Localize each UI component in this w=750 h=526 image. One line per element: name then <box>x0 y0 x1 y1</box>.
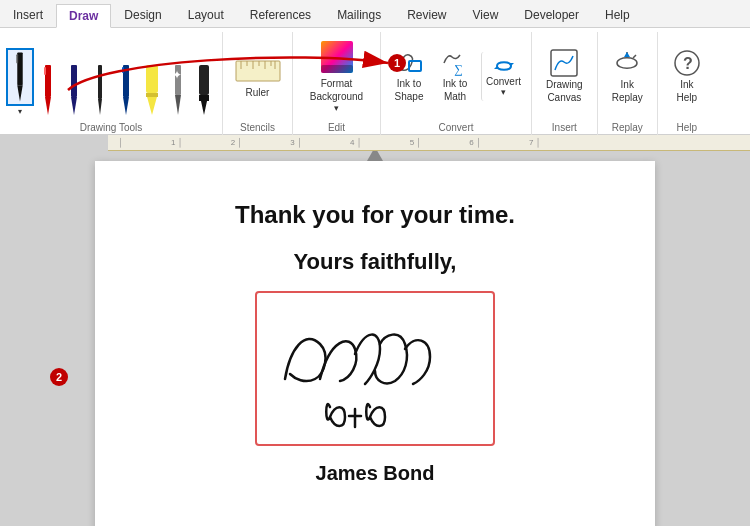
tab-insert[interactable]: Insert <box>0 3 56 27</box>
pen-3-wrapper[interactable] <box>62 64 86 116</box>
replay-group-label: Replay <box>604 120 651 135</box>
app-window: Insert Draw Design Layout References Mai… <box>0 0 750 526</box>
ruler-strip: │ 1 │ 2 │ 3 │ 4 │ 5 │ 6 │ 7 │ <box>108 135 750 151</box>
ink-replay-button[interactable]: InkReplay <box>604 44 651 108</box>
ink-replay-label: InkReplay <box>612 78 643 104</box>
pen-1-icon <box>10 50 30 104</box>
format-bg-label: FormatBackground <box>310 77 363 103</box>
edit-content: FormatBackground ▾ <box>299 32 374 120</box>
pen-1-dropdown[interactable]: ▾ <box>18 107 22 116</box>
insert-group: DrawingCanvas Insert <box>532 32 598 135</box>
svg-rect-20 <box>199 95 209 101</box>
tab-mailings[interactable]: Mailings <box>324 3 394 27</box>
svg-text:∑: ∑ <box>454 62 463 76</box>
svg-rect-13 <box>146 65 158 93</box>
svg-marker-1 <box>17 85 22 101</box>
tab-layout[interactable]: Layout <box>175 3 237 27</box>
ruler-mark: 6 │ <box>469 138 481 147</box>
edit-group: FormatBackground ▾ Edit <box>293 32 381 135</box>
svg-rect-5 <box>44 67 46 75</box>
svg-text:?: ? <box>683 55 693 72</box>
stencils-content: Ruler <box>229 32 286 120</box>
tab-draw[interactable]: Draw <box>56 4 111 28</box>
pen-8-wrapper[interactable] <box>192 64 216 116</box>
svg-marker-37 <box>624 52 630 57</box>
drawing-canvas-button[interactable]: DrawingCanvas <box>538 44 591 108</box>
ink-help-icon: ? <box>672 48 702 78</box>
pen-1-selected[interactable] <box>6 48 34 106</box>
pen-4-wrapper[interactable] <box>88 64 112 116</box>
svg-text:✦: ✦ <box>172 68 182 82</box>
ink-to-math-icon: ∑ <box>441 49 469 77</box>
ink-to-math-label: Ink toMath <box>443 77 467 103</box>
insert-group-label: Insert <box>538 120 591 135</box>
svg-rect-15 <box>146 93 158 97</box>
svg-rect-31 <box>321 65 353 73</box>
drawing-tools-label: Drawing Tools <box>6 120 216 135</box>
ink-help-button[interactable]: ? InkHelp <box>664 44 710 108</box>
document-area: 2 │ 1 │ 2 │ 3 │ 4 │ 5 │ 6 │ 7 │ Tha <box>0 135 750 526</box>
svg-marker-7 <box>71 97 77 115</box>
ruler-label: Ruler <box>246 87 270 98</box>
help-group: ? InkHelp Help <box>658 32 716 135</box>
svg-rect-19 <box>199 65 209 95</box>
svg-marker-11 <box>123 97 129 115</box>
convert-group: Ink toShape ∑ Ink toMath <box>381 32 532 135</box>
tab-bar: Insert Draw Design Layout References Mai… <box>0 0 750 28</box>
tab-view[interactable]: View <box>460 3 512 27</box>
ruler-mark: 4 │ <box>350 138 362 147</box>
doc-page: Thank you for your time. Yours faithfull… <box>95 161 655 526</box>
pen-7-wrapper[interactable]: ✦ <box>166 64 190 116</box>
svg-marker-35 <box>494 66 500 69</box>
drawing-tools-group: ▾ <box>0 32 223 135</box>
ribbon: Insert Draw Design Layout References Mai… <box>0 0 750 135</box>
tab-help[interactable]: Help <box>592 3 643 27</box>
james-bond-text: James Bond <box>155 462 595 485</box>
pen-6-icon <box>141 65 163 115</box>
convert-label: Convert <box>486 76 521 87</box>
signature-svg <box>265 299 485 439</box>
ribbon-body: ▾ <box>0 28 750 135</box>
svg-rect-12 <box>122 67 124 73</box>
pen-5-wrapper[interactable] <box>114 64 138 116</box>
doc-content: Thank you for your time. Yours faithfull… <box>155 181 595 485</box>
ink-to-math-button[interactable]: ∑ Ink toMath <box>433 45 477 107</box>
convert-content: Ink toShape ∑ Ink toMath <box>387 32 525 120</box>
tab-review[interactable]: Review <box>394 3 459 27</box>
badge-1: 1 <box>388 54 406 72</box>
replay-content: InkReplay <box>604 32 651 120</box>
yours-faithfully-text: Yours faithfully, <box>155 249 595 275</box>
svg-rect-8 <box>98 65 102 99</box>
ruler-marks-container: │ 1 │ 2 │ 3 │ 4 │ 5 │ 6 │ 7 │ <box>108 138 541 147</box>
ruler-mark: 2 │ <box>231 138 243 147</box>
convert-arrow: ▾ <box>501 87 506 97</box>
svg-marker-34 <box>508 63 514 66</box>
ruler-mark: │ <box>118 138 123 147</box>
svg-marker-9 <box>98 99 102 115</box>
ruler-mark: 7 │ <box>529 138 541 147</box>
ruler-mark: 1 │ <box>171 138 183 147</box>
pen-2-wrapper[interactable] <box>36 64 60 116</box>
stencils-group: Ruler Stencils <box>223 32 293 135</box>
tab-references[interactable]: References <box>237 3 324 27</box>
ruler-icon <box>235 55 281 87</box>
pen-8-icon <box>193 65 215 115</box>
pen-4-icon <box>90 65 110 115</box>
convert-btn[interactable]: Convert ▾ <box>481 52 525 101</box>
format-background-button[interactable]: FormatBackground ▾ <box>302 35 371 117</box>
drawing-canvas-label: DrawingCanvas <box>546 78 583 104</box>
tab-design[interactable]: Design <box>111 3 174 27</box>
ruler-button[interactable]: Ruler <box>235 55 281 98</box>
pen-3-icon <box>64 65 84 115</box>
edit-label: Edit <box>299 120 374 135</box>
thank-you-text: Thank you for your time. <box>155 201 595 229</box>
ink-replay-icon <box>612 48 642 78</box>
ink-to-shape-label: Ink toShape <box>395 77 424 103</box>
svg-marker-21 <box>201 101 207 115</box>
pen-7-icon: ✦ <box>167 65 189 115</box>
pen-6-wrapper[interactable] <box>140 64 164 116</box>
tab-developer[interactable]: Developer <box>511 3 592 27</box>
signature-box: 3 <box>255 291 495 446</box>
convert-label-group: Convert <box>387 120 525 135</box>
badge-2: 2 <box>50 368 68 386</box>
